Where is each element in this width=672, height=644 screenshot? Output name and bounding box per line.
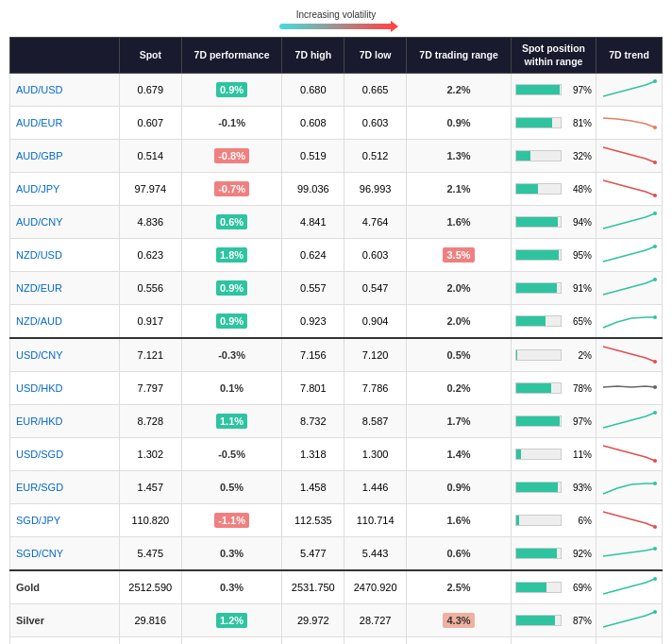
trend-cell: [596, 504, 663, 537]
perf-cell: -0.1%: [181, 107, 282, 140]
trend-cell: [596, 173, 663, 206]
header-currency: [10, 38, 120, 74]
high-cell: 5.477: [282, 537, 344, 571]
spot-cell: 0.607: [119, 107, 181, 140]
high-cell: 0.608: [282, 107, 344, 140]
position-cell: 91%: [512, 272, 596, 305]
svg-point-12: [653, 482, 657, 485]
pair-cell: USD/CNY: [10, 338, 120, 372]
pair-cell: USD/SGD: [10, 438, 120, 471]
high-cell: 112.535: [282, 504, 344, 537]
svg-point-11: [653, 459, 657, 463]
svg-point-1: [653, 126, 657, 129]
svg-point-7: [653, 315, 657, 319]
pair-cell: AUD/JPY: [10, 173, 120, 206]
perf-cell: -0.5%: [181, 438, 282, 471]
volatility-arrow-graphic: [279, 24, 393, 29]
range-cell: 1.6%: [407, 206, 512, 239]
perf-cell: -1.1%: [181, 504, 282, 537]
high-cell: 0.624: [282, 239, 344, 272]
position-cell: 11%: [512, 438, 596, 471]
header-range: 7D trading range: [407, 38, 512, 74]
svg-point-3: [653, 194, 657, 197]
perf-cell: 0.3%: [181, 537, 282, 571]
perf-cell: 1.2%: [181, 604, 282, 637]
position-cell: 93%: [512, 471, 596, 504]
spot-cell: 7.797: [119, 372, 181, 405]
position-cell: 81%: [512, 107, 596, 140]
pair-cell: Gold: [10, 570, 120, 604]
trend-cell: [596, 107, 663, 140]
range-cell: 0.9%: [407, 471, 512, 504]
svg-point-9: [653, 385, 657, 389]
spot-cell: 8.728: [119, 405, 181, 438]
position-cell: 97%: [512, 405, 596, 438]
low-cell: 5.443: [344, 537, 407, 571]
low-cell: 7.786: [344, 372, 407, 405]
spot-cell: 2512.590: [119, 570, 181, 604]
range-cell: 1.6%: [407, 504, 512, 537]
pair-cell: AUD/EUR: [10, 107, 120, 140]
spot-cell: 29.816: [119, 604, 181, 637]
high-cell: 7.801: [282, 372, 344, 405]
position-cell: 6%: [512, 504, 596, 537]
pair-cell: Oil (WTI): [10, 637, 120, 644]
range-cell: 2.2%: [407, 74, 512, 107]
range-cell: 2.5%: [407, 570, 512, 604]
low-cell: 0.547: [344, 272, 407, 305]
low-cell: 1.300: [344, 438, 407, 471]
header-trend: 7D trend: [596, 38, 663, 74]
perf-cell: 0.1%: [181, 372, 282, 405]
spot-cell: 1.457: [119, 471, 181, 504]
trend-cell: [596, 471, 663, 504]
perf-cell: 1.8%: [181, 239, 282, 272]
svg-point-10: [653, 411, 657, 415]
high-cell: 1.458: [282, 471, 344, 504]
low-cell: 4.764: [344, 206, 407, 239]
pair-cell: AUD/USD: [10, 74, 120, 107]
trend-cell: [596, 74, 663, 107]
pair-cell: USD/HKD: [10, 372, 120, 405]
range-cell: 2.1%: [407, 173, 512, 206]
position-cell: 2%: [512, 338, 596, 372]
pair-cell: Silver: [10, 604, 120, 637]
low-cell: 0.904: [344, 305, 407, 339]
spot-cell: 110.820: [119, 504, 181, 537]
pair-cell: AUD/GBP: [10, 140, 120, 173]
trend-cell: [596, 570, 663, 604]
low-cell: 110.714: [344, 504, 407, 537]
spot-cell: 7.121: [119, 338, 181, 372]
high-cell: 0.923: [282, 305, 344, 339]
high-cell: 76.870: [282, 637, 344, 644]
svg-point-16: [653, 610, 657, 614]
header-low: 7D low: [344, 38, 407, 74]
pair-cell: NZD/EUR: [10, 272, 120, 305]
range-cell: 2.0%: [407, 272, 512, 305]
position-cell: 92%: [512, 537, 596, 571]
pair-cell: EUR/HKD: [10, 405, 120, 438]
spot-cell: 74.830: [119, 637, 181, 644]
perf-cell: -0.3%: [181, 338, 282, 372]
position-cell: 94%: [512, 206, 596, 239]
svg-point-6: [653, 278, 657, 281]
high-cell: 2531.750: [282, 570, 344, 604]
perf-cell: 0.9%: [181, 305, 282, 339]
low-cell: 0.665: [344, 74, 407, 107]
perf-cell: 0.9%: [181, 272, 282, 305]
trend-cell: [596, 140, 663, 173]
trend-cell: [596, 338, 663, 372]
range-cell: 1.4%: [407, 438, 512, 471]
range-cell: 2.0%: [407, 305, 512, 339]
trend-cell: [596, 239, 663, 272]
trend-cell: [596, 372, 663, 405]
spot-cell: 0.514: [119, 140, 181, 173]
trend-cell: [596, 537, 663, 571]
high-cell: 0.519: [282, 140, 344, 173]
range-cell: 1.7%: [407, 405, 512, 438]
range-cell: 0.6%: [407, 537, 512, 571]
spot-cell: 5.475: [119, 537, 181, 571]
perf-cell: 0.5%: [181, 471, 282, 504]
spot-cell: 0.679: [119, 74, 181, 107]
high-cell: 99.036: [282, 173, 344, 206]
svg-point-0: [653, 79, 657, 83]
